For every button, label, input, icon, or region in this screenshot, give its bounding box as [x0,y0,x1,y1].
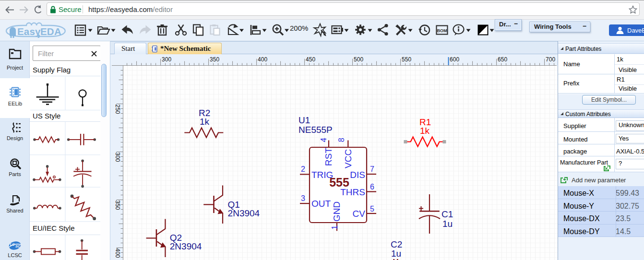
svg-text:3: 3 [301,194,305,202]
svg-text:1u: 1u [442,219,453,229]
svg-text:VCC: VCC [343,149,353,168]
svg-text:350: 350 [114,201,121,210]
svg-text:250: 250 [114,105,121,114]
svg-text:1: 1 [331,225,339,230]
svg-text:CV: CV [353,209,366,219]
svg-text:5: 5 [370,205,374,213]
svg-text:300: 300 [162,56,171,63]
svg-text:700: 700 [546,56,555,63]
svg-text:NE555P: NE555P [298,125,333,135]
svg-text:1k: 1k [420,126,430,136]
svg-text:DIS: DIS [350,170,365,180]
svg-text:LC: LC [10,243,15,246]
svg-text:600: 600 [450,56,459,63]
svg-text:650: 650 [498,56,507,63]
svg-text:8: 8 [337,138,346,142]
svg-text:450: 450 [306,56,315,63]
svg-text:2: 2 [301,165,305,173]
svg-text:C2: C2 [391,239,402,249]
svg-text:7: 7 [370,165,374,173]
svg-text:Easy: Easy [17,26,41,37]
svg-text:550: 550 [402,56,411,63]
svg-text:U1: U1 [298,115,310,125]
svg-text:555: 555 [329,176,349,189]
svg-text:2N3904: 2N3904 [170,241,202,251]
svg-text:SC: SC [15,245,21,248]
svg-text:BOM: BOM [437,28,447,33]
svg-text:400: 400 [258,56,267,63]
svg-text:2N3904: 2N3904 [228,208,260,218]
svg-text:C1: C1 [441,209,453,219]
svg-text:1u: 1u [391,248,401,259]
svg-text:4: 4 [320,138,328,142]
svg-text:6: 6 [370,183,374,191]
svg-text:EDA: EDA [40,26,61,37]
svg-text:1k: 1k [200,117,210,127]
svg-text:500: 500 [354,56,363,63]
svg-text:RST: RST [323,148,334,166]
svg-text:300: 300 [114,153,121,162]
svg-text:OUT: OUT [311,199,331,209]
svg-text:GND: GND [332,201,342,222]
svg-text:400: 400 [114,248,121,258]
svg-text:350: 350 [210,56,219,63]
